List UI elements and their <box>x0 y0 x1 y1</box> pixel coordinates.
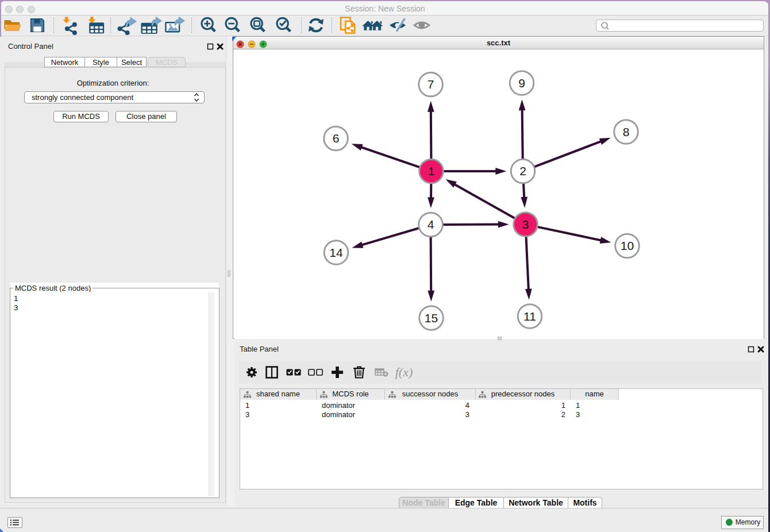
svg-text:8: 8 <box>623 125 630 138</box>
svg-text:f(x): f(x) <box>395 365 413 379</box>
svg-text:11: 11 <box>523 310 536 323</box>
svg-text:9: 9 <box>518 76 525 90</box>
svg-text:7: 7 <box>428 78 434 91</box>
svg-text:6: 6 <box>333 132 340 145</box>
svg-text:15: 15 <box>425 311 438 325</box>
svg-text:14: 14 <box>329 246 343 259</box>
svg-text:3: 3 <box>522 218 529 231</box>
svg-text:2: 2 <box>519 164 526 178</box>
svg-text:10: 10 <box>621 239 634 252</box>
svg-text:4: 4 <box>428 218 434 231</box>
svg-text:1: 1 <box>428 164 435 178</box>
